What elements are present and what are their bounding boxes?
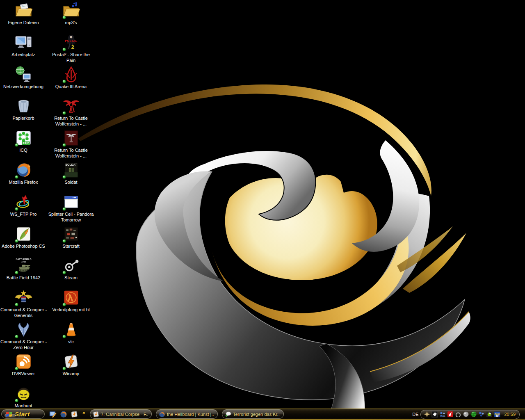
tray-users-icon[interactable] [439, 411, 446, 418]
tray-xear3d-icon[interactable]: Xear3D [494, 411, 500, 418]
svg-text:1942: 1942 [21, 260, 26, 263]
manhunt-icon [14, 384, 33, 403]
desktop-icon-vlc[interactable]: vlc [48, 320, 94, 345]
svg-text:SOLDAT: SOLDAT [65, 163, 77, 166]
shortcut-badge [62, 48, 66, 51]
tray-network-cluster-icon[interactable] [478, 411, 485, 418]
shortcut-badge [62, 367, 66, 370]
chat-bubble-icon [225, 411, 231, 418]
shortcut-badge [15, 207, 18, 211]
desktop-icon-steam[interactable]: Steam [48, 256, 94, 281]
desktop-icon-label: Winamp [48, 371, 94, 377]
taskbar-window-button-2[interactable]: the Hellboard | Kunst |... [156, 409, 218, 419]
shortcut-badge [62, 175, 66, 179]
desktop-icon-label: Quake III Arena [48, 84, 94, 90]
shortcut-badge [62, 271, 66, 274]
desktop-icon-splinter-cell-pandora[interactable]: Splinter Cell - Pandora Tomorrow [48, 193, 94, 223]
desktop-icon-quake-iii-arena[interactable]: Quake III Arena [48, 65, 94, 90]
cnc-zero-icon [14, 320, 33, 339]
desktop-icon-label: Netzwerkumgebung [0, 84, 46, 90]
desktop-icon-mozilla-firefox[interactable]: Mozilla Firefox [0, 161, 46, 185]
tray-nvidia-icon[interactable] [486, 411, 493, 418]
desktop-icon-netzwerkumgebung[interactable]: Netzwerkumgebung [0, 65, 46, 90]
desktop-icon-arbeitsplatz[interactable]: Arbeitsplatz [0, 33, 46, 58]
steam-icon [62, 256, 80, 275]
tray-star-icon[interactable] [424, 411, 430, 418]
wsftp-icon [14, 193, 33, 211]
starcraft-icon [62, 225, 80, 243]
desktop: Eigene Dateien Arbeitsplatz Netzwerkumge… [0, 0, 525, 420]
recycle-icon [14, 97, 33, 115]
desktop-icon-mp3-s[interactable]: mp3's [48, 1, 94, 26]
desktop-icon-icq[interactable]: PRO ICQ [0, 129, 46, 153]
desktop-icon-starcraft[interactable]: Starcraft [48, 225, 94, 249]
desktop-icon-command-conquer[interactable]: Command & Conquer - Zero Hour [0, 320, 46, 350]
desktop-icon-label: Arbeitsplatz [0, 52, 46, 58]
splinter-cell-icon [62, 193, 80, 211]
quick-launch-firefox-icon[interactable] [60, 411, 67, 418]
desktop-icon-adobe-photoshop-cs[interactable]: Adobe Photoshop CS [0, 225, 46, 249]
tray-volume-orb-icon[interactable] [463, 411, 469, 418]
start-button-label: Start [15, 411, 30, 418]
tray-shield-icon[interactable] [455, 411, 461, 418]
soldat-icon: SOLDAT [62, 161, 80, 179]
svg-text:POSTAL: POSTAL [65, 39, 77, 43]
tray-green-globe-icon[interactable] [470, 411, 477, 418]
desktop-icon-return-to-castle[interactable]: Return To Castle Wolfenstein - ... [48, 129, 94, 159]
rtcw2-icon [62, 129, 80, 147]
quick-launch-winamp-icon[interactable] [71, 411, 78, 418]
shortcut-badge [15, 303, 18, 306]
winamp-icon [62, 352, 80, 371]
shortcut-badge [62, 303, 66, 306]
desktop-icon-label: ICQ [0, 148, 46, 153]
quick-launch-overflow-chevron[interactable]: » [82, 410, 85, 415]
tray-antivir-icon[interactable] [447, 411, 454, 418]
desktop-icon-winamp[interactable]: Winamp [48, 352, 94, 377]
shortcut-badge [15, 399, 18, 402]
shortcut-badge [15, 175, 18, 179]
desktop-icon-eigene-dateien[interactable]: Eigene Dateien [0, 1, 46, 26]
desktop-icon-label: Steam [48, 275, 94, 281]
shortcut-badge [15, 239, 18, 243]
icq-icon: PRO [14, 129, 33, 147]
vlc-icon [62, 320, 80, 339]
desktop-icon-label: vlc [48, 339, 94, 345]
taskbar-window-button-1[interactable]: 7. Cannibal Corpse - F... [90, 409, 152, 419]
svg-text:3D: 3D [496, 415, 499, 417]
desktop-icon-label: Battle Field 1942 [0, 275, 46, 281]
shortcut-badge [62, 335, 66, 338]
desktop-icon-ws-ftp-pro[interactable]: WS_FTP Pro [0, 193, 46, 217]
desktop-icon-label: WS_FTP Pro [0, 212, 46, 217]
shortcut-badge [15, 335, 18, 338]
desktop-icon-label: Eigene Dateien [0, 20, 46, 26]
desktop-icon-label: Papierkorb [0, 116, 46, 121]
desktop-icon-verkn-pfung-mit-hl[interactable]: Verknüpfung mit hl [48, 288, 94, 313]
desktop-icon-label: Verknüpfung mit hl [48, 307, 94, 313]
rtcw-icon [62, 97, 80, 115]
cnc-generals-icon [14, 288, 33, 307]
desktop-icon-postal-share-the[interactable]: POSTAL2 Postal² - Share the Pain [48, 33, 94, 63]
desktop-icon-battle-field-1942[interactable]: BATTLEFIELD1942 Battle Field 1942 [0, 256, 46, 281]
taskbar-window-buttons: 7. Cannibal Corpse - F... the Hellboard … [90, 409, 284, 419]
desktop-icon-label: Return To Castle Wolfenstein - ... [48, 148, 94, 159]
shortcut-badge [15, 271, 18, 274]
quick-launch-show-desktop-icon[interactable] [49, 411, 57, 418]
desktop-icon-label: Starcraft [48, 244, 94, 249]
desktop-icon-return-to-castle[interactable]: Return To Castle Wolfenstein - ... [48, 97, 94, 127]
language-indicator[interactable]: DE [412, 412, 418, 417]
postal2-icon: POSTAL2 [62, 33, 80, 52]
desktop-icon-manhunt[interactable]: Manhunt [0, 384, 46, 409]
desktop-icon-dvbviewer[interactable]: DVBViewer [0, 352, 46, 377]
shortcut-badge [62, 80, 66, 83]
svg-text:PRO: PRO [22, 142, 29, 145]
taskbar-window-button-3[interactable]: Terrorist gegen das Kr... [222, 409, 284, 419]
half-life-icon [62, 288, 80, 307]
start-button[interactable]: Start [1, 409, 45, 419]
desktop-icon-papierkorb[interactable]: Papierkorb [0, 97, 46, 121]
desktop-icon-soldat[interactable]: SOLDAT Soldat [48, 161, 94, 185]
clock[interactable]: 20:59 [504, 412, 516, 417]
system-tray: DE Xear3D 20:59 [412, 409, 525, 420]
desktop-icon-command-conquer[interactable]: Command & Conquer - Generals [0, 288, 46, 318]
shortcut-badge [62, 111, 66, 115]
tray-window-bw-icon[interactable] [431, 411, 438, 418]
